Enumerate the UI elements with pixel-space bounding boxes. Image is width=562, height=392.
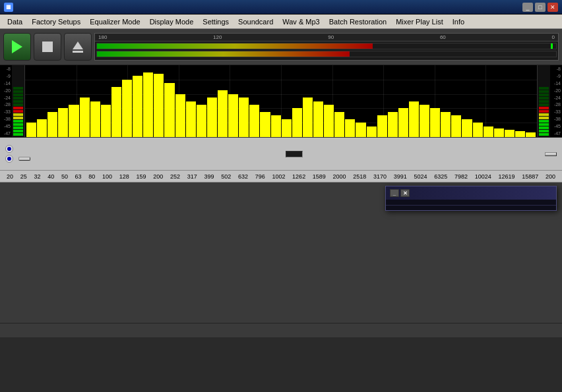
vu-seg <box>13 130 23 132</box>
vu-seg <box>13 126 23 129</box>
vu-seg <box>13 113 23 116</box>
eject-button[interactable] <box>64 33 92 61</box>
menu-item-factory-setups[interactable]: Factory Setups <box>27 16 85 27</box>
vu-seg <box>539 113 549 116</box>
vu-label: -33 <box>0 109 11 114</box>
vu-label: -38 <box>550 117 561 121</box>
freq-label-5: 63 <box>75 173 82 180</box>
spectrum-bar-34 <box>388 112 398 137</box>
freq-label-8: 128 <box>119 173 129 180</box>
fader-labels <box>0 323 562 337</box>
auto-correct-checkbox[interactable] <box>5 145 13 153</box>
vu-label: -45 <box>0 124 11 128</box>
enhancer-popup: _ ✕ <box>385 186 557 211</box>
vu-seg <box>13 103 23 106</box>
freq-label-9: 159 <box>137 173 146 180</box>
vu-label: -8 <box>0 67 11 71</box>
menu-item-mixer-play-list[interactable]: Mixer Play List <box>391 16 448 27</box>
meter-label-180: 180 <box>98 34 107 40</box>
eq-preset-bar <box>0 138 562 171</box>
spectrum-bar-2 <box>47 112 57 137</box>
vu-seg <box>13 123 23 126</box>
freq-label-17: 1002 <box>272 173 285 180</box>
settings-button[interactable] <box>18 157 30 161</box>
freq-label-7: 100 <box>102 173 112 180</box>
menu-item-soundcard[interactable]: Soundcard <box>234 16 278 27</box>
eject-line <box>73 51 83 53</box>
close-button[interactable]: ✕ <box>547 3 558 12</box>
enhancer-params <box>386 200 556 205</box>
freq-label-21: 2518 <box>353 173 366 180</box>
auto-correct-row[interactable] <box>5 145 30 153</box>
spectrum-bar-36 <box>409 101 419 138</box>
vu-label: -14 <box>0 81 11 86</box>
spectrum-bar-8 <box>111 87 121 137</box>
play-button[interactable] <box>3 33 31 61</box>
spectrum-bar-14 <box>175 94 185 137</box>
stop-button[interactable] <box>34 33 61 61</box>
menu-item-display-mode[interactable]: Display Mode <box>145 16 199 27</box>
enhancer-close[interactable]: ✕ <box>400 189 410 197</box>
vu-seg <box>539 120 549 123</box>
meter-label-90: 90 <box>328 34 334 40</box>
spectrum-bar-40 <box>451 115 461 137</box>
vu-seg <box>13 97 23 99</box>
spectrum-bars <box>25 65 537 137</box>
spectrum-bar-15 <box>186 101 196 138</box>
vu-label: -28 <box>0 102 11 107</box>
menu-item-equalizer-mode[interactable]: Equalizer Mode <box>85 16 144 27</box>
vu-label: -9 <box>550 74 561 78</box>
spectrum-bar-28 <box>324 105 334 137</box>
menu-item-data[interactable]: Data <box>3 16 27 27</box>
menu-item-info[interactable]: Info <box>448 16 469 27</box>
enhancer-titlebar: _ ✕ <box>386 186 556 200</box>
freq-label-3: 40 <box>47 173 54 180</box>
minimize-button[interactable]: _ <box>522 3 533 12</box>
freq-label-14: 502 <box>221 173 231 180</box>
transport-bar: 180 120 90 60 0 <box>0 29 562 65</box>
titlebar: ▦ _ □ ✕ <box>0 0 562 14</box>
vu-label: -20 <box>550 88 561 93</box>
spectrum-bar-46 <box>515 131 525 137</box>
freq-label-24: 5024 <box>414 173 427 180</box>
spectrum-bar-22 <box>260 112 270 137</box>
spectrum-analyzer: -8 -9 -14 -20 -24 -28 -33 -38 -45 -47 <box>0 65 562 138</box>
enhancer-minimize[interactable]: _ <box>390 189 399 197</box>
vu-label: -47 <box>550 131 561 136</box>
vu-seg <box>539 87 549 90</box>
zoom-button[interactable] <box>545 152 557 156</box>
enhancer-buttons <box>386 205 556 210</box>
freq-label-29: 15887 <box>522 173 538 180</box>
menu-item-wav-&-mp3[interactable]: Wav & Mp3 <box>278 16 324 27</box>
spectrum-bar-11 <box>143 72 153 137</box>
spectrum-bar-3 <box>58 108 68 137</box>
freq-label-13: 399 <box>204 173 214 180</box>
vu-bar-left <box>12 65 24 137</box>
spectrum-bar-26 <box>303 98 313 137</box>
vu-seg <box>539 117 549 119</box>
vu-labels-right: -8 -9 -14 -20 -24 -28 -33 -38 -45 -47 <box>550 65 562 137</box>
activate-compressor-row[interactable] <box>5 155 30 163</box>
maximize-button[interactable]: □ <box>535 3 546 12</box>
enhancer-controls: _ ✕ <box>390 189 410 197</box>
spectrum-bar-16 <box>197 105 206 137</box>
vu-label: -24 <box>0 96 11 100</box>
spectrum-bar-10 <box>133 76 142 137</box>
level-meter: 180 120 90 60 0 <box>94 33 559 61</box>
spectrum-bar-32 <box>367 126 377 137</box>
spectrum-bar-38 <box>430 108 440 137</box>
freq-label-15: 632 <box>238 173 248 180</box>
spectrum-bar-9 <box>122 80 132 137</box>
meter-label-60: 60 <box>440 34 446 40</box>
vu-seg <box>13 107 23 109</box>
menu-item-settings[interactable]: Settings <box>198 16 234 27</box>
freq-label-2: 32 <box>34 173 40 180</box>
menu-item-batch-restoration[interactable]: Batch Restoration <box>325 16 391 27</box>
activate-compressor-checkbox[interactable] <box>5 155 13 163</box>
vu-label: -28 <box>550 102 561 107</box>
meter-scale-labels: 180 120 90 60 0 <box>98 34 555 40</box>
spectrum-bar-20 <box>239 98 249 137</box>
freq-label-12: 317 <box>187 173 197 180</box>
freq-label-20: 2000 <box>333 173 346 180</box>
freq-label-18: 1262 <box>292 173 305 180</box>
